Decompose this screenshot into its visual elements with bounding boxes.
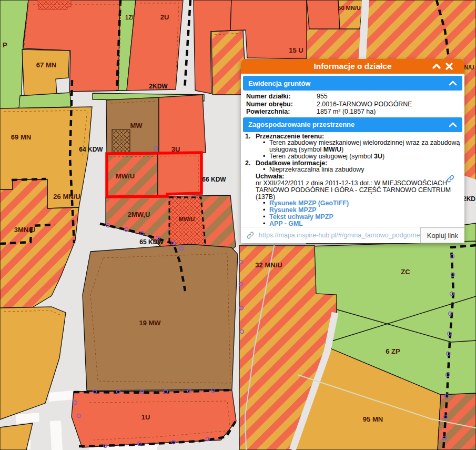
zone-label: 6 ZP (386, 347, 400, 355)
zoning-map-app: { "panel": { "title": "Informacje o dzia… (0, 0, 476, 450)
zagospodarowanie-content: 1. Przeznaczenie terenu: Teren zabudowy … (243, 132, 462, 227)
zone-label: ZC (401, 268, 410, 276)
row-label: Powierzchnia: (246, 108, 317, 116)
list-item: Teren zabudowy usługowej (symbol 3U) (269, 153, 461, 160)
zone-label: 2MW,U (128, 211, 150, 218)
zone-label: 15 U (289, 46, 303, 54)
panel-body: Ewidencja gruntów Numer działki: 955 Num… (241, 74, 464, 227)
zone-label: 3MN/U (14, 226, 35, 234)
table-row: Numer działki: 955 (246, 93, 462, 101)
zone-label: 67 MN (36, 61, 56, 69)
zone-label: MW/U (116, 172, 135, 180)
row-value: 2.0016-TARNOWO PODGÓRNE (317, 101, 462, 108)
section-header-zagospodarowanie[interactable]: Zagospodarowanie przestrzenne (243, 117, 462, 132)
table-row: Numer obrębu: 2.0016-TARNOWO PODGÓRNE (246, 101, 462, 108)
road-label: 2KD (463, 195, 475, 203)
list-item: 1. Przeznaczenie terenu: Teren zabudowy … (245, 133, 461, 160)
bullet-text: Teren zabudowy usługowej (symbol (269, 153, 374, 160)
resolution-text: nr XXII/242/2011 z dnia 2011-12-13 dot.:… (256, 180, 461, 200)
parcel-info-panel: Informacje o działce Ewidencja gruntów N… (241, 59, 464, 243)
zone-label: 1ZI (125, 14, 134, 21)
chevron-up-icon[interactable] (432, 62, 441, 71)
copy-link-button[interactable]: Kopiuj link (420, 227, 464, 243)
row-label: Numer działki: (246, 93, 317, 101)
zone-label: 32 MN/U (255, 261, 282, 269)
section-title: Zagospodarowanie przestrzenne (248, 121, 449, 128)
hatched-building (38, 0, 71, 9)
panel-footer: https://mapa.inspire-hub.pl/#/gmina_tarn… (241, 227, 464, 243)
list-item: Nieprzekraczalna linia zabudowy (269, 166, 461, 173)
panel-title: Informacje o działce (241, 62, 464, 71)
bullet-text: ) (382, 153, 384, 160)
list-item: 2. Dodatkowe informacje: Nieprzekraczaln… (245, 160, 461, 227)
share-url[interactable]: https://mapa.inspire-hub.pl/#/gmina_tarn… (259, 232, 420, 239)
bullet-text: Nieprzekraczalna linia zabudowy (269, 166, 364, 173)
zone-label: P (3, 41, 7, 49)
list-item: Teren zabudowy mieszkaniowej wielorodzin… (269, 139, 461, 153)
item-number: 1. (245, 133, 256, 160)
zone-label: 2U (160, 13, 169, 21)
chain-link-icon (246, 231, 255, 239)
road-label: 65 KDW (139, 238, 164, 246)
table-row: Powierzchnia: 1857 m² (0.1857 ha) (246, 108, 462, 116)
zone-label: 3U (171, 145, 180, 153)
zone-label: 69 MN (11, 133, 31, 141)
bullet-bold: 3U (374, 153, 382, 160)
panel-header[interactable]: Informacje o działce (241, 59, 464, 74)
road-label: 2KDW (149, 83, 168, 90)
zone-label: 50 MN/U (338, 5, 360, 11)
road-label: 64 KDW (79, 146, 103, 153)
zone-label: MW/U (179, 216, 195, 222)
row-value: 1857 m² (0.1857 ha) (317, 108, 462, 116)
close-icon[interactable] (444, 62, 454, 71)
chain-link-icon[interactable] (446, 174, 455, 183)
row-label: Numer obrębu: (246, 101, 317, 108)
zone-label: MW (130, 122, 143, 129)
zone-label: 19 MW (139, 319, 161, 327)
hatched-building (112, 129, 130, 153)
zone-label: 95 MN (363, 415, 383, 423)
zone-label: 1U (141, 413, 150, 421)
bullet-text: Teren zabudowy mieszkaniowej wielorodzin… (269, 139, 460, 153)
chevron-up-icon[interactable] (449, 122, 457, 127)
section-title: Ewidencja gruntów (248, 79, 449, 87)
item-number: 2. (245, 160, 256, 227)
zone-label: N/U (464, 64, 474, 71)
link-app-gml[interactable]: APP - GML (269, 220, 303, 227)
row-value: 955 (317, 93, 462, 101)
list-item: APP - GML (269, 221, 461, 227)
road-label: 66 KDW (202, 176, 226, 183)
section-header-ewidencja[interactable]: Ewidencja gruntów (243, 76, 462, 91)
ewidencja-rows: Numer działki: 955 Numer obrębu: 2.0016-… (243, 93, 462, 116)
zone-label: 26 MN/U (53, 193, 80, 201)
chevron-up-icon[interactable] (449, 81, 457, 86)
